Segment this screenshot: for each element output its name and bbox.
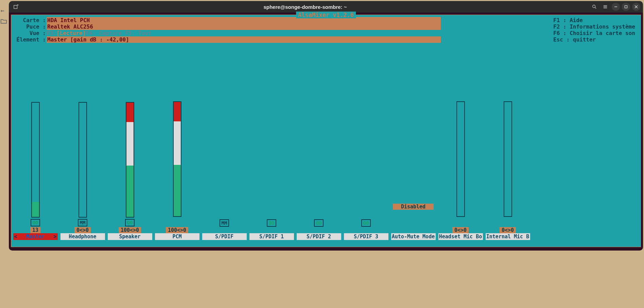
channel-pcm[interactable]: 100<>0PCM	[154, 63, 201, 240]
mute-toggle[interactable]: OO	[31, 219, 40, 226]
mute-toggle[interactable]: OO	[314, 219, 324, 227]
volume-value: 100<>0	[119, 227, 141, 233]
volume-value: 0<>0	[452, 227, 469, 233]
volume-value: 100<>0	[166, 227, 188, 233]
channel-name: Auto-Mute Mode	[391, 233, 436, 240]
channel-internal-mic-b[interactable]: 0<>0Internal Mic B	[484, 63, 531, 240]
maximize-button[interactable]	[622, 3, 630, 11]
volume-value: 0<>0	[500, 227, 516, 233]
disabled-label: Disabled	[393, 204, 434, 210]
mute-toggle[interactable]: OO	[361, 219, 371, 227]
menu-button[interactable]	[601, 2, 610, 11]
new-tab-button[interactable]	[12, 2, 20, 11]
view-rest: F4: Capture F5: Tout	[86, 30, 152, 36]
element-value: Master [gain dB : -42,00]	[47, 36, 441, 43]
channel-name: S/PDIF 2	[297, 233, 341, 240]
channel-name: Headset Mic Bo	[438, 233, 483, 240]
channel-name: S/PDIF 3	[344, 233, 388, 240]
view-f3: F3:	[47, 30, 56, 36]
element-label: Élement :	[12, 36, 46, 43]
volume-bar[interactable]	[456, 101, 465, 217]
minimize-button[interactable]	[612, 3, 620, 11]
channel-name: Internal Mic B	[486, 233, 530, 240]
volume-bar[interactable]	[173, 101, 181, 217]
mute-toggle[interactable]: OO	[125, 219, 135, 226]
mute-toggle[interactable]: OO	[267, 219, 276, 227]
channel-name: Headphone	[60, 233, 105, 240]
svg-line-2	[595, 7, 596, 9]
channel-name: Speaker	[108, 233, 152, 240]
channel-name: PCM	[155, 233, 199, 240]
volume-bar[interactable]	[31, 102, 40, 218]
help-f2: F2 : Informations système	[553, 23, 640, 30]
mute-toggle[interactable]: MM	[78, 219, 87, 226]
volume-bar[interactable]	[79, 102, 87, 218]
channel-speaker[interactable]: OO100<>0Speaker	[106, 63, 153, 240]
channel-s-pdif-3[interactable]: OOS/PDIF 3	[343, 63, 389, 240]
files-dock-icon[interactable]	[0, 18, 7, 25]
terminal-body[interactable]: AlsaMixer v1.2.6 Carte : HDA Intel PCH P…	[9, 13, 643, 251]
channel-headset-mic-bo[interactable]: 0<>0Headset Mic Bo	[437, 63, 484, 240]
puce-value: Realtek ALC256	[47, 23, 441, 30]
channel-auto-mute-mode[interactable]: DisabledAuto-Mute Mode	[390, 63, 437, 240]
volume-bar[interactable]	[126, 102, 134, 218]
channel-name: Master	[13, 233, 58, 240]
svg-rect-4	[625, 6, 627, 8]
volume-value: 0<>0	[74, 227, 91, 233]
carte-label: Carte :	[12, 17, 46, 23]
channel-s-pdif-2[interactable]: OOS/PDIF 2	[295, 63, 342, 240]
mute-toggle[interactable]: MM	[220, 219, 229, 227]
channel-master[interactable]: OO13Master	[12, 63, 59, 240]
view-selected: [Lecture]	[56, 30, 86, 36]
channel-s-pdif-1[interactable]: OOS/PDIF 1	[248, 63, 295, 240]
volume-bar[interactable]	[504, 101, 512, 217]
channel-headphone[interactable]: MM0<>0Headphone	[59, 63, 106, 240]
svg-rect-0	[14, 5, 17, 9]
help-esc: Esc : quitter	[553, 36, 640, 43]
puce-label: Puce :	[12, 23, 46, 30]
close-button[interactable]	[632, 3, 640, 11]
channel-s-pdif[interactable]: MMS/PDIF	[201, 63, 248, 240]
window-titlebar: sphere@songe-dombre-sombre: ~	[9, 1, 643, 13]
mixer-area: OO13MasterMM0<>0HeadphoneOO100<>0Speaker…	[11, 63, 641, 240]
channel-name: S/PDIF 1	[249, 233, 294, 240]
window-title: sphere@songe-dombre-sombre: ~	[22, 4, 588, 10]
back-arrow-icon: ←	[1, 7, 4, 14]
alsamixer-title: AlsaMixer v1.2.6	[296, 12, 356, 18]
volume-value: 13	[30, 227, 40, 233]
carte-value: HDA Intel PCH	[47, 17, 441, 23]
alsamixer-frame: AlsaMixer v1.2.6 Carte : HDA Intel PCH P…	[11, 15, 641, 247]
help-f1: F1 : Aide	[553, 17, 640, 23]
channel-name: S/PDIF	[202, 233, 247, 240]
search-button[interactable]	[590, 2, 599, 11]
alsamixer-header: Carte : HDA Intel PCH Puce : Realtek ALC…	[11, 15, 641, 43]
svg-point-1	[593, 5, 595, 8]
help-f6: F6 : Choisir la carte son	[553, 30, 640, 36]
vue-label: Vue :	[12, 30, 46, 36]
